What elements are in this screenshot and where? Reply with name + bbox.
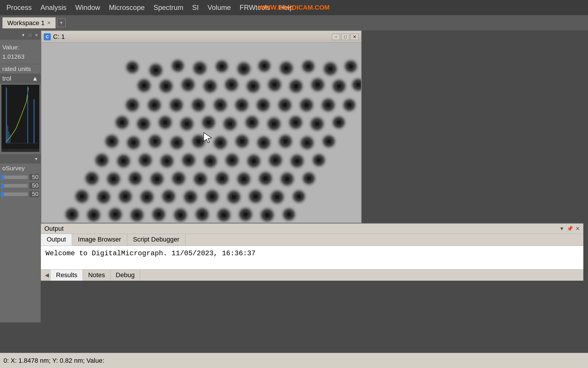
workspace-window: C C: 1 − □ ✕: [41, 30, 362, 223]
slider-thumb-2[interactable]: [1, 183, 4, 188]
svg-point-100: [106, 206, 124, 223]
bottom-tab-results[interactable]: Results: [51, 270, 83, 281]
menu-item-microscope[interactable]: Microscope: [105, 2, 149, 13]
output-tab-output[interactable]: Output: [41, 234, 72, 246]
menu-item-analysis[interactable]: Analysis: [36, 2, 71, 13]
sidebar-close-btn[interactable]: ✕: [34, 32, 39, 38]
slider-track-3[interactable]: [1, 192, 28, 196]
svg-point-86: [301, 170, 317, 187]
svg-point-69: [180, 152, 197, 169]
bottom-tab-debug[interactable]: Debug: [111, 270, 140, 281]
svg-point-26: [244, 77, 262, 95]
svg-point-37: [233, 96, 251, 114]
svg-point-75: [311, 152, 327, 169]
svg-point-10: [124, 59, 141, 76]
svg-point-34: [167, 96, 185, 114]
menu-item-si[interactable]: SI: [188, 2, 203, 13]
sidebar-collapse-btn[interactable]: ▼: [20, 32, 27, 38]
svg-point-104: [193, 206, 211, 223]
sidebar-bottom-collapse-btn[interactable]: ▼: [33, 156, 39, 162]
svg-point-70: [202, 152, 219, 170]
svg-point-24: [201, 77, 219, 95]
menu-item-process[interactable]: Process: [2, 2, 36, 13]
output-header-controls: ▼ 📌 ✕: [559, 225, 580, 232]
svg-point-53: [330, 114, 347, 131]
slider-track-2[interactable]: [1, 184, 28, 188]
slider-value-1[interactable]: 50: [29, 173, 39, 181]
svg-point-66: [115, 152, 132, 170]
svg-point-71: [223, 152, 241, 169]
menu-item-frwtools[interactable]: FRWtools: [236, 2, 274, 13]
window-minimize-btn[interactable]: −: [332, 34, 340, 40]
svg-point-60: [233, 133, 251, 150]
svg-point-29: [309, 76, 326, 93]
svg-point-17: [277, 60, 295, 77]
workspace-tab-label: Workspace 1: [7, 19, 45, 27]
svg-point-43: [113, 114, 131, 131]
svg-point-30: [330, 77, 348, 95]
svg-point-61: [255, 134, 272, 152]
slider-thumb-1[interactable]: [1, 175, 4, 180]
svg-rect-5: [8, 131, 9, 143]
svg-point-15: [235, 60, 253, 78]
bottom-tab-notes[interactable]: Notes: [83, 270, 110, 281]
svg-point-38: [254, 96, 272, 114]
output-header: Output ▼ 📌 ✕: [41, 224, 583, 234]
svg-point-84: [257, 170, 274, 187]
svg-point-49: [243, 114, 261, 131]
svg-point-97: [291, 188, 307, 205]
output-title: Output: [44, 225, 64, 232]
output-content: Welcome to DigitalMicrograph. 11/05/2023…: [41, 246, 583, 269]
svg-point-52: [308, 115, 326, 133]
output-panel: Output ▼ 📌 ✕ Output Image Browser Script…: [41, 223, 583, 281]
output-tab-image-browser[interactable]: Image Browser: [72, 234, 127, 246]
svg-point-88: [95, 188, 112, 206]
svg-point-85: [278, 170, 296, 188]
value-display: 1.01263: [2, 52, 38, 61]
slider-track-1[interactable]: [1, 176, 28, 179]
output-pin-btn[interactable]: 📌: [567, 225, 573, 232]
svg-point-80: [170, 170, 187, 187]
slider-thumb-3[interactable]: [1, 192, 4, 197]
svg-point-12: [169, 58, 186, 74]
svg-point-11: [147, 62, 164, 79]
slider-value-3[interactable]: 50: [29, 190, 39, 198]
svg-point-83: [235, 170, 253, 188]
svg-point-39: [276, 96, 293, 114]
output-close-btn[interactable]: ✕: [575, 225, 580, 232]
svg-point-63: [298, 134, 316, 152]
menu-item-window[interactable]: Window: [71, 2, 104, 13]
svg-point-18: [300, 58, 316, 75]
svg-point-77: [105, 170, 122, 188]
svg-point-55: [125, 134, 142, 152]
svg-point-108: [281, 206, 297, 223]
sidebar-value-section: Value: 1.01263: [0, 40, 41, 64]
window-icon: C: [44, 33, 51, 40]
svg-point-68: [158, 152, 176, 170]
workspace-tab[interactable]: Workspace 1 ✕: [2, 17, 56, 28]
sidebar-pin-btn[interactable]: □: [28, 32, 32, 38]
window-maximize-btn[interactable]: □: [341, 34, 349, 40]
menu-item-help[interactable]: Help: [275, 2, 298, 13]
svg-point-57: [168, 134, 186, 152]
svg-point-56: [146, 133, 164, 150]
menu-item-volume[interactable]: Volume: [204, 2, 235, 13]
svg-point-51: [287, 114, 304, 131]
add-tab-button[interactable]: +: [57, 18, 66, 27]
slider-value-2[interactable]: 50: [29, 182, 39, 189]
bottom-tab-prev-btn[interactable]: ◀: [43, 271, 51, 280]
atomic-image: [41, 43, 361, 223]
autosurvey-label: oSurvey: [0, 164, 41, 173]
svg-point-78: [127, 170, 144, 187]
svg-point-89: [116, 188, 134, 205]
microscopy-image-area[interactable]: [41, 43, 361, 223]
svg-point-46: [178, 115, 196, 133]
output-dropdown-btn[interactable]: ▼: [559, 226, 564, 232]
control-collapse-icon[interactable]: ▲: [32, 75, 38, 82]
workspace-tab-close[interactable]: ✕: [47, 20, 51, 26]
menu-item-spectrum[interactable]: Spectrum: [149, 2, 188, 13]
svg-point-54: [103, 133, 120, 150]
window-close-btn[interactable]: ✕: [351, 34, 359, 40]
svg-point-19: [321, 60, 339, 78]
output-tab-script-debugger[interactable]: Script Debugger: [127, 234, 186, 246]
